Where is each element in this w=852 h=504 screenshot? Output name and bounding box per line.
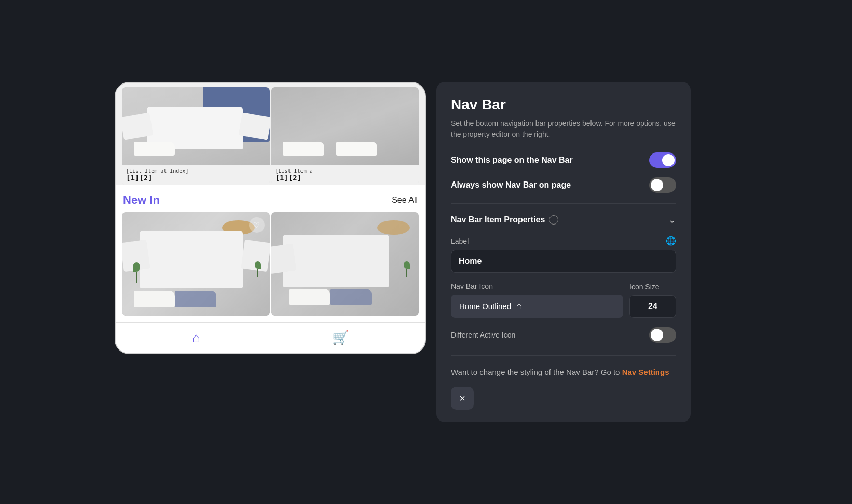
top-card-info-left: [List Item at Index] [1][2] <box>122 165 270 185</box>
different-active-icon-row: Different Active Icon <box>451 327 676 343</box>
top-card-img-right <box>271 87 419 165</box>
divider-1 <box>451 203 676 204</box>
label-input[interactable] <box>451 250 676 273</box>
new-in-card-left: ♡ <box>122 212 270 316</box>
new-in-section-header: New In See All <box>116 185 425 212</box>
toggle-slider-on <box>649 152 676 168</box>
show-on-nav-bar-toggle[interactable] <box>649 152 676 168</box>
always-show-nav-bar-row: Always show Nav Bar on page <box>451 177 676 193</box>
heart-button-left[interactable]: ♡ <box>249 217 265 233</box>
main-container: [List Item at Index] [1][2] [List Item a… <box>115 82 737 422</box>
nav-settings-footer: Want to change the styling of the Nav Ba… <box>451 366 676 379</box>
nav-bar-item-properties-header: Nav Bar Item Properties i ⌄ <box>451 214 676 226</box>
list-item-label-right: [List Item a <box>276 168 415 174</box>
globe-icon[interactable]: 🌐 <box>666 236 676 246</box>
nav-bar-panel: Nav Bar Set the bottom navigation bar pr… <box>436 82 691 422</box>
panel-description: Set the bottom navigation bar properties… <box>451 118 676 140</box>
nav-bar-icon-group: Nav Bar Icon Home Outlined ⌂ <box>451 282 623 318</box>
nav-bar-item-properties-left: Nav Bar Item Properties i <box>451 215 558 225</box>
label-text: Label <box>451 237 469 245</box>
toggle-slider-off <box>649 177 676 193</box>
close-icon: × <box>459 393 465 404</box>
icon-size-group: Icon Size <box>629 283 676 318</box>
close-button[interactable]: × <box>451 387 474 410</box>
icon-size-input[interactable] <box>629 295 676 318</box>
new-in-img-left <box>122 212 270 316</box>
toggle-knob-off <box>651 179 663 191</box>
new-in-img-right <box>271 212 419 316</box>
always-show-nav-bar-label: Always show Nav Bar on page <box>451 180 571 190</box>
new-in-title: New In <box>123 193 160 207</box>
list-item-index-right: [1][2] <box>276 174 415 182</box>
icon-size-row: Nav Bar Icon Home Outlined ⌂ Icon Size <box>451 282 676 318</box>
diff-toggle-knob <box>651 329 663 341</box>
nav-settings-link[interactable]: Nav Settings <box>622 368 669 376</box>
new-in-card-right <box>271 212 419 316</box>
info-icon[interactable]: i <box>549 215 558 225</box>
icon-size-label: Icon Size <box>629 283 676 291</box>
different-active-icon-toggle[interactable] <box>649 327 676 343</box>
divider-2 <box>451 355 676 356</box>
top-card-left: [List Item at Index] [1][2] <box>122 87 270 185</box>
different-active-icon-label: Different Active Icon <box>451 331 515 339</box>
home-nav-icon[interactable]: ⌂ <box>192 330 200 346</box>
list-item-index-left: [1][2] <box>126 174 266 182</box>
heart-icon-left: ♡ <box>253 221 260 229</box>
label-field-label: Label 🌐 <box>451 236 676 246</box>
diff-toggle-slider <box>649 327 676 343</box>
info-icon-label: i <box>553 217 554 223</box>
panel-title: Nav Bar <box>451 96 676 113</box>
list-item-label-left: [List Item at Index] <box>126 168 266 174</box>
cart-nav-icon[interactable]: 🛒 <box>332 330 349 346</box>
nav-bar-icon-label-text: Nav Bar Icon <box>451 282 493 290</box>
top-product-section: [List Item at Index] [1][2] [List Item a… <box>116 83 425 185</box>
nav-bar-item-properties-title: Nav Bar Item Properties <box>451 215 545 225</box>
icon-select-label: Home Outlined <box>459 302 511 311</box>
show-on-nav-bar-label: Show this page on the Nav Bar <box>451 156 573 165</box>
icon-select-button[interactable]: Home Outlined ⌂ <box>451 295 623 318</box>
mobile-preview: [List Item at Index] [1][2] [List Item a… <box>115 82 426 354</box>
see-all-button[interactable]: See All <box>392 195 418 205</box>
icon-size-label-text: Icon Size <box>629 283 659 291</box>
top-card-info-right: [List Item a [1][2] <box>271 165 419 185</box>
new-in-grid: ♡ <box>116 212 425 322</box>
top-card-img-left <box>122 87 270 165</box>
footer-text: Want to change the styling of the Nav Ba… <box>451 368 622 376</box>
mobile-nav-bar: ⌂ 🛒 <box>116 322 425 353</box>
home-outlined-icon: ⌂ <box>516 301 522 312</box>
chevron-down-icon[interactable]: ⌄ <box>668 214 676 226</box>
top-card-right: [List Item a [1][2] <box>271 87 419 185</box>
toggle-knob-on <box>662 154 675 166</box>
nav-bar-icon-label: Nav Bar Icon <box>451 282 623 290</box>
always-show-nav-bar-toggle[interactable] <box>649 177 676 193</box>
show-on-nav-bar-row: Show this page on the Nav Bar <box>451 152 676 168</box>
